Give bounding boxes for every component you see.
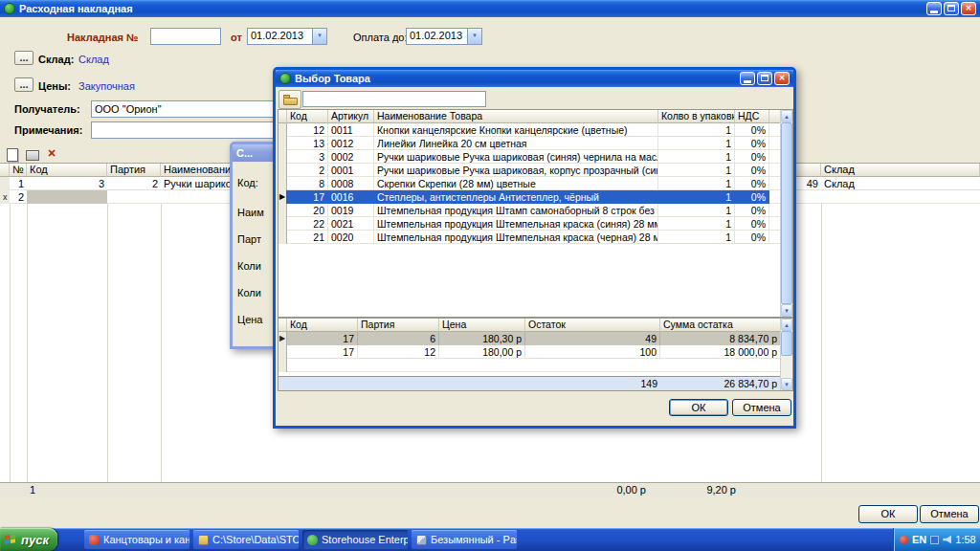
product-search-input[interactable] <box>302 91 486 107</box>
product-row[interactable]: 8 0008 Скрепки Скрепки (28 мм) цветные 1… <box>278 177 780 190</box>
column-header-stock[interactable]: Остаток <box>525 319 660 332</box>
date-from-combo[interactable]: 01.02.2013 ▼ <box>247 28 327 45</box>
item-batch-label: Парт <box>237 233 261 245</box>
column-header-sum[interactable]: Сумма остатка <box>660 319 780 332</box>
scroll-up-icon[interactable]: ▲ <box>781 319 792 331</box>
warehouse-value: Склад <box>78 54 109 65</box>
prices-value: Закупочная <box>78 80 135 92</box>
column-header-batch[interactable]: Партия <box>107 164 161 177</box>
pay-until-label: Оплата до: <box>353 32 408 43</box>
close-icon[interactable]: ✕ <box>774 72 790 85</box>
system-tray: EN 1:58 <box>893 528 980 551</box>
product-row-selected[interactable]: ▶ 17 0016 Степлеры, антистеплеры Антисте… <box>278 190 780 204</box>
maximize-icon[interactable] <box>944 2 959 15</box>
cell-num: 1 <box>10 177 27 190</box>
batches-grid: Код Партия Цена Остаток Сумма остатка ▶ … <box>278 318 793 391</box>
pay-until-combo[interactable]: 01.02.2013 ▼ <box>406 28 482 45</box>
batch-row-empty[interactable] <box>278 359 780 372</box>
taskbar-task-explorer[interactable]: C:\Store\Data\STOR... <box>193 530 299 549</box>
date-from-value: 01.02.2013 <box>248 29 312 44</box>
product-row[interactable]: 20 0019 Штемпельная продукция Штамп само… <box>278 204 780 217</box>
row-pointer-icon: ▶ <box>278 190 287 204</box>
product-dialog-titlebar[interactable]: Выбор Товара ✕ <box>276 70 793 87</box>
minimize-icon[interactable] <box>926 2 942 15</box>
footer-sum: 0,00 р <box>565 483 649 496</box>
column-header-code[interactable]: Код <box>27 164 107 177</box>
cancel-button[interactable]: Отмена <box>920 505 979 523</box>
column-header-pack[interactable]: Колво в упаковке <box>658 110 735 123</box>
scroll-down-icon[interactable]: ▼ <box>781 304 792 317</box>
column-header-name[interactable]: Наименование Товара <box>374 110 658 123</box>
batches-scrollbar[interactable]: ▲ ▼ <box>780 319 792 390</box>
scroll-up-icon[interactable]: ▲ <box>781 110 792 122</box>
focused-cell[interactable] <box>27 190 107 204</box>
product-row[interactable]: 3 0002 Ручки шариковые Ручка шариковая (… <box>278 150 780 164</box>
item-dialog-titlebar[interactable]: С... <box>233 144 273 162</box>
folder-tab-icon <box>283 95 290 98</box>
taskbar-task-stationery[interactable]: Канцтовары и канц... <box>84 530 189 549</box>
dialog-ok-button[interactable]: ОК <box>669 399 728 416</box>
column-header-warehouse[interactable]: Склад <box>821 164 980 177</box>
chevron-down-icon[interactable]: ▼ <box>312 29 326 44</box>
item-qty2-label: Коли <box>237 287 261 298</box>
row-indicator <box>0 177 10 190</box>
folder-icon <box>198 535 209 545</box>
column-header-price[interactable]: Цена <box>439 319 525 332</box>
warehouse-picker-button[interactable]: ... <box>14 51 33 65</box>
column-header-code[interactable]: Код <box>287 319 358 332</box>
invoice-number-input[interactable] <box>150 28 221 45</box>
grid-gutter-header <box>278 110 287 123</box>
maximize-icon[interactable] <box>757 72 772 85</box>
product-row[interactable]: 13 0012 Линейки Линейка 20 см цветная 1 … <box>278 137 780 150</box>
column-header-batch[interactable]: Партия <box>358 319 439 332</box>
column-header-code[interactable]: Код <box>287 110 328 123</box>
cell-code: 3 <box>27 177 107 190</box>
taskbar: пуск Канцтовары и канц... C:\Store\Data\… <box>0 528 980 551</box>
screen: { "window": { "title": "Расходная наклад… <box>0 0 980 551</box>
start-button[interactable]: пуск <box>0 528 57 551</box>
product-row[interactable]: 21 0020 Штемпельная продукция Штемпельна… <box>278 231 780 244</box>
scrollbar-thumb[interactable] <box>781 331 792 356</box>
grid-gutter-header <box>0 164 10 177</box>
product-row[interactable]: 2 0001 Ручки шариковые Ручка шариковая, … <box>278 164 780 177</box>
item-dialog: С... Код: Наим Парт Коли Коли Цена <box>230 142 276 349</box>
batch-row[interactable]: 17 12 180,00 р 100 18 000,00 р <box>278 345 780 359</box>
column-header-vat[interactable]: НДС <box>735 110 769 123</box>
close-icon[interactable]: ✕ <box>961 2 976 15</box>
tray-network-icon[interactable] <box>930 536 939 544</box>
main-titlebar[interactable]: Расходная накладная ✕ <box>0 0 980 17</box>
scrollbar-thumb[interactable] <box>781 122 792 304</box>
column-header-num[interactable]: № <box>10 164 27 177</box>
start-label: пуск <box>21 533 49 547</box>
row-indicator: х <box>0 190 10 204</box>
product-row[interactable]: 22 0021 Штемпельная продукция Штемпельна… <box>278 217 780 231</box>
batch-totals-row: 149 26 834,70 р <box>278 376 780 390</box>
item-name-label: Наим <box>237 207 264 218</box>
footer-count: 1 <box>27 483 65 496</box>
open-folder-button[interactable] <box>278 90 301 109</box>
scroll-down-icon[interactable]: ▼ <box>781 378 792 390</box>
tray-alert-icon[interactable] <box>900 536 908 544</box>
cell-batch: 2 <box>107 177 161 190</box>
product-row[interactable]: 12 0011 Кнопки канцелярские Кнопки канце… <box>278 123 780 137</box>
chevron-down-icon[interactable]: ▼ <box>467 29 481 44</box>
prices-picker-button[interactable]: ... <box>14 77 33 92</box>
grid-gutter-header <box>278 319 287 332</box>
batch-row-selected[interactable]: ▶ 17 6 180,30 р 49 8 834,70 р <box>278 332 780 345</box>
print-icon[interactable] <box>26 150 39 161</box>
column-header-fill <box>769 110 780 123</box>
products-scrollbar[interactable]: ▲ ▼ <box>780 110 792 317</box>
minimize-icon[interactable] <box>740 72 755 85</box>
task-label: C:\Store\Data\STOR... <box>212 534 299 545</box>
cell-warehouse: Склад <box>821 177 980 190</box>
delete-row-icon[interactable]: ✕ <box>45 147 58 161</box>
new-row-icon[interactable] <box>7 148 18 162</box>
column-header-article[interactable]: Артикул <box>328 110 374 123</box>
taskbar-task-storehouse[interactable]: Storehouse Enterprise <box>302 530 408 549</box>
dialog-cancel-button[interactable]: Отмена <box>732 399 791 416</box>
ok-button[interactable]: ОК <box>858 505 918 523</box>
language-indicator[interactable]: EN <box>912 534 926 545</box>
taskbar-task-paint[interactable]: Безымянный - Paint <box>412 530 517 549</box>
date-from-label: от <box>231 32 242 43</box>
volume-icon[interactable] <box>943 536 951 544</box>
